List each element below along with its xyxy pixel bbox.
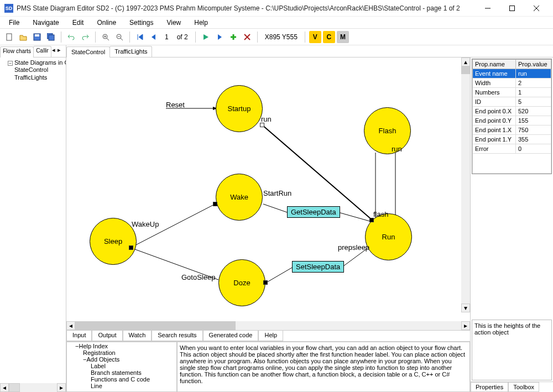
help-tree[interactable]: −Help Index Registration −Add Objects La…: [66, 342, 177, 392]
tab-toolbox[interactable]: Toolbox: [508, 382, 539, 392]
canvas-vscroll[interactable]: ▴ ▾: [461, 58, 470, 312]
action-setsleepdata[interactable]: SetSleepData: [292, 261, 344, 273]
scroll-right-icon[interactable]: ▸: [461, 321, 470, 330]
redo-button[interactable]: [79, 31, 91, 43]
tab-generatedcode[interactable]: Generated code: [203, 331, 259, 341]
new-button[interactable]: [3, 31, 15, 43]
delete-button[interactable]: [241, 31, 253, 43]
tab-trafficlights[interactable]: TrafficLights: [109, 46, 152, 57]
v-button[interactable]: V: [309, 31, 321, 43]
menu-settings[interactable]: Settings: [124, 18, 159, 28]
prop-name[interactable]: ID: [473, 97, 516, 107]
help-item[interactable]: Registration: [83, 349, 116, 356]
zoomin-button[interactable]: [100, 31, 112, 43]
state-startup[interactable]: Startup: [216, 85, 263, 132]
tree-toggle-icon[interactable]: −: [8, 61, 13, 66]
action-getsleepdata[interactable]: GetSleepData: [287, 206, 340, 218]
prop-value[interactable]: 2: [515, 79, 551, 88]
edge-handle[interactable]: [129, 245, 133, 250]
maximize-button[interactable]: [500, 1, 524, 16]
state-sleep[interactable]: Sleep: [90, 218, 137, 265]
m-button[interactable]: M: [337, 31, 349, 43]
vscroll-thumb[interactable]: [461, 66, 470, 74]
state-flash[interactable]: Flash: [364, 107, 411, 154]
state-doze[interactable]: Doze: [218, 259, 265, 306]
prop-name[interactable]: Event name: [473, 69, 516, 79]
menu-file[interactable]: File: [3, 18, 25, 28]
tree-item-statecontrol[interactable]: StateControl: [14, 66, 48, 73]
prop-name[interactable]: End point 1.X: [473, 126, 516, 135]
help-item[interactable]: Label: [91, 363, 106, 369]
scroll-up-icon[interactable]: ▴: [461, 58, 470, 66]
tab-right-icon[interactable]: ▸: [56, 45, 62, 57]
hscroll-thumb[interactable]: [75, 321, 236, 330]
prop-value[interactable]: 1: [515, 88, 551, 97]
tree-item-trafficlights[interactable]: TrafficLights: [14, 74, 47, 81]
prop-name[interactable]: End point 0.Y: [473, 116, 516, 126]
help-item[interactable]: Branch statements: [91, 369, 142, 376]
tab-searchresults[interactable]: Search results: [152, 331, 202, 341]
close-button[interactable]: [524, 1, 549, 16]
prop-header-name: Prop.name: [473, 60, 516, 69]
open-button[interactable]: [17, 31, 29, 43]
prop-value[interactable]: run: [515, 69, 551, 79]
scroll-thumb[interactable]: [9, 383, 20, 392]
minimize-button[interactable]: [476, 1, 500, 16]
prev-page-button[interactable]: [148, 31, 160, 43]
svg-rect-1: [510, 6, 515, 11]
menu-view[interactable]: View: [161, 18, 186, 28]
canvas-hscroll[interactable]: ◂ ▸: [66, 321, 470, 330]
prop-name[interactable]: End point 1.Y: [473, 135, 516, 144]
tab-left-icon[interactable]: ◂: [51, 45, 56, 57]
prop-value[interactable]: 355: [515, 135, 551, 144]
edge-handle[interactable]: [213, 202, 217, 206]
project-tree[interactable]: −State Diagrams in C StateControl Traffi…: [0, 58, 66, 383]
property-grid[interactable]: Prop.nameProp.value Event namerun Width2…: [472, 59, 552, 174]
scroll-down-icon[interactable]: ▾: [461, 304, 470, 312]
prop-value[interactable]: 750: [515, 126, 551, 135]
tab-output[interactable]: Output: [92, 331, 122, 341]
save-button[interactable]: [31, 31, 43, 43]
scroll-left-icon[interactable]: ◂: [0, 383, 9, 392]
scroll-right-icon[interactable]: ▸: [57, 383, 66, 392]
tab-properties[interactable]: Properties: [471, 382, 508, 392]
state-wake[interactable]: Wake: [216, 174, 263, 221]
saveall-button[interactable]: [45, 31, 57, 43]
menu-online[interactable]: Online: [91, 18, 122, 28]
left-scrollbar[interactable]: ◂ ▸: [0, 383, 66, 392]
tree-root[interactable]: State Diagrams in C: [14, 59, 66, 66]
scroll-left-icon[interactable]: ◂: [66, 321, 75, 330]
zoomout-button[interactable]: [113, 31, 126, 43]
help-item[interactable]: Line: [91, 383, 102, 389]
tab-watch[interactable]: Watch: [123, 331, 152, 341]
edge-handle[interactable]: [263, 280, 268, 285]
c-button[interactable]: C: [323, 31, 335, 43]
menu-navigate[interactable]: Navigate: [27, 18, 64, 28]
prop-value[interactable]: 5: [515, 97, 551, 107]
edge-handle[interactable]: [260, 123, 264, 127]
edge-handle[interactable]: [369, 218, 374, 222]
prop-value[interactable]: 520: [515, 107, 551, 116]
prop-value[interactable]: 155: [515, 116, 551, 126]
prop-value[interactable]: 0: [515, 144, 551, 154]
add-button[interactable]: [227, 31, 239, 43]
prop-name[interactable]: Width: [473, 79, 516, 88]
menu-edit[interactable]: Edit: [67, 18, 90, 28]
canvas-area[interactable]: Startup Flash Wake Sleep Run Doze GetSle…: [66, 58, 470, 321]
help-item[interactable]: Functions and C code: [91, 376, 150, 383]
first-page-button[interactable]: [134, 31, 146, 43]
tab-statecontrol[interactable]: StateControl: [66, 46, 110, 58]
prop-name[interactable]: Error: [473, 144, 516, 154]
help-item[interactable]: Add Objects: [86, 356, 119, 363]
flowcharts-tab[interactable]: Flow charts: [0, 46, 34, 58]
undo-button[interactable]: [65, 31, 77, 43]
next-page-button[interactable]: [213, 31, 226, 43]
menu-bar: File Navigate Edit Online Settings View …: [0, 17, 553, 29]
menu-help[interactable]: Help: [189, 18, 213, 28]
prop-name[interactable]: Numbers: [473, 88, 516, 97]
play-button[interactable]: [200, 31, 212, 43]
tab-help[interactable]: Help: [258, 331, 283, 341]
tab-input[interactable]: Input: [66, 331, 92, 341]
callir-tab[interactable]: Callir: [33, 46, 51, 57]
prop-name[interactable]: End point 0.X: [473, 107, 516, 116]
